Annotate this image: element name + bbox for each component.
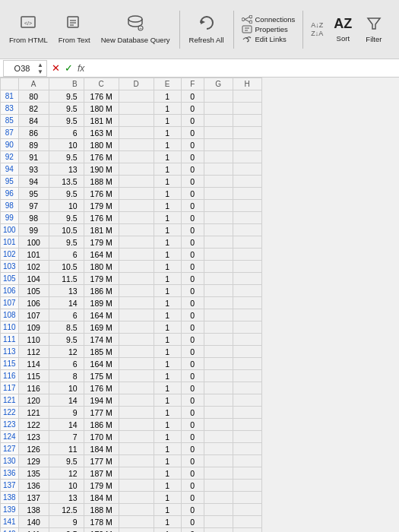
col-header-b[interactable]: B <box>49 78 84 90</box>
cell-a[interactable]: 104 <box>18 273 49 285</box>
cell-h[interactable] <box>233 394 261 407</box>
cell-g[interactable] <box>204 90 233 103</box>
cell-c[interactable]: 180 M <box>84 103 119 115</box>
cell-d[interactable] <box>119 188 154 200</box>
cell-g[interactable] <box>204 151 233 163</box>
cell-f[interactable]: 0 <box>181 358 204 370</box>
cell-d[interactable] <box>119 480 154 492</box>
cell-b[interactable]: 10 <box>49 200 84 212</box>
row-number[interactable]: 138 <box>1 492 19 504</box>
cell-e[interactable]: 1 <box>154 394 181 407</box>
cell-h[interactable] <box>233 370 261 382</box>
cell-c[interactable]: 184 M <box>84 443 119 455</box>
row-number[interactable]: 130 <box>1 455 19 467</box>
cell-c[interactable]: 186 M <box>84 285 119 297</box>
cell-h[interactable] <box>233 516 261 528</box>
cell-d[interactable] <box>119 370 154 382</box>
cell-d[interactable] <box>119 358 154 370</box>
cell-f[interactable]: 0 <box>181 127 204 139</box>
col-header-g[interactable]: G <box>204 78 233 90</box>
cell-f[interactable]: 0 <box>181 261 204 273</box>
cell-d[interactable] <box>119 455 154 467</box>
cell-e[interactable]: 1 <box>154 321 181 334</box>
cell-f[interactable]: 0 <box>181 176 204 188</box>
cell-h[interactable] <box>233 212 261 224</box>
cell-h[interactable] <box>233 103 261 115</box>
row-number[interactable]: 113 <box>1 346 19 358</box>
cell-g[interactable] <box>204 103 233 115</box>
cell-d[interactable] <box>119 528 154 533</box>
cell-a[interactable]: 80 <box>18 90 49 103</box>
cell-h[interactable] <box>233 115 261 127</box>
cell-e[interactable]: 1 <box>154 115 181 127</box>
cell-d[interactable] <box>119 200 154 212</box>
cell-c[interactable]: 164 M <box>84 249 119 261</box>
cell-c[interactable]: 180 M <box>84 139 119 151</box>
cell-c[interactable]: 179 M <box>84 273 119 285</box>
cell-g[interactable] <box>204 419 233 431</box>
col-header-d[interactable]: D <box>119 78 154 90</box>
cell-b[interactable]: 9 <box>49 407 84 419</box>
cell-a[interactable]: 136 <box>18 480 49 492</box>
formula-input[interactable] <box>90 63 396 74</box>
cell-d[interactable] <box>119 321 154 334</box>
row-number[interactable]: 122 <box>1 407 19 419</box>
cell-d[interactable] <box>119 151 154 163</box>
confirm-formula-icon[interactable]: ✓ <box>63 62 74 74</box>
cell-h[interactable] <box>233 127 261 139</box>
cell-a[interactable]: 99 <box>18 224 49 236</box>
cell-b[interactable]: 9.5 <box>49 115 84 127</box>
cell-e[interactable]: 1 <box>154 176 181 188</box>
row-number[interactable]: 99 <box>1 212 19 224</box>
cell-e[interactable]: 1 <box>154 273 181 285</box>
row-number[interactable]: 137 <box>1 480 19 492</box>
cell-e[interactable]: 1 <box>154 90 181 103</box>
cell-f[interactable]: 0 <box>181 528 204 533</box>
cell-b[interactable]: 6 <box>49 127 84 139</box>
cell-c[interactable]: 176 M <box>84 212 119 224</box>
cell-b[interactable]: 8 <box>49 370 84 382</box>
spinner-up[interactable]: ▲ <box>37 62 43 68</box>
cell-b[interactable]: 13 <box>49 492 84 504</box>
cell-f[interactable]: 0 <box>181 309 204 321</box>
cell-b[interactable]: 10 <box>49 139 84 151</box>
cell-a[interactable]: 121 <box>18 407 49 419</box>
cell-c[interactable]: 176 M <box>84 90 119 103</box>
row-number[interactable]: 100 <box>1 224 19 236</box>
cell-f[interactable]: 0 <box>181 467 204 480</box>
cell-b[interactable]: 14 <box>49 394 84 407</box>
cell-g[interactable] <box>204 358 233 370</box>
cell-g[interactable] <box>204 163 233 176</box>
cell-f[interactable]: 0 <box>181 139 204 151</box>
cell-b[interactable]: 11.5 <box>49 273 84 285</box>
cell-g[interactable] <box>204 504 233 516</box>
from-html-button[interactable]: </> From HTML <box>5 11 52 47</box>
cell-e[interactable]: 1 <box>154 334 181 346</box>
cell-a[interactable]: 97 <box>18 200 49 212</box>
cell-a[interactable]: 122 <box>18 419 49 431</box>
cell-e[interactable]: 1 <box>154 309 181 321</box>
cell-h[interactable] <box>233 236 261 249</box>
row-number[interactable]: 105 <box>1 273 19 285</box>
cell-c[interactable]: 186 M <box>84 419 119 431</box>
sort-az-button[interactable]: A↓Z <box>311 21 323 29</box>
cell-e[interactable]: 1 <box>154 455 181 467</box>
row-number[interactable]: 139 <box>1 504 19 516</box>
col-header-c[interactable]: C <box>84 78 119 90</box>
cell-d[interactable] <box>119 467 154 480</box>
cell-e[interactable]: 1 <box>154 236 181 249</box>
cell-g[interactable] <box>204 334 233 346</box>
cell-d[interactable] <box>119 297 154 309</box>
cell-d[interactable] <box>119 516 154 528</box>
cell-c[interactable]: 185 M <box>84 346 119 358</box>
cell-f[interactable]: 0 <box>181 334 204 346</box>
cell-d[interactable] <box>119 431 154 443</box>
cell-g[interactable] <box>204 200 233 212</box>
cell-e[interactable]: 1 <box>154 261 181 273</box>
cell-e[interactable]: 1 <box>154 224 181 236</box>
cell-c[interactable]: 169 M <box>84 321 119 334</box>
cell-c[interactable]: 164 M <box>84 309 119 321</box>
cell-b[interactable]: 6 <box>49 358 84 370</box>
cell-f[interactable]: 0 <box>181 394 204 407</box>
cell-c[interactable]: 177 M <box>84 407 119 419</box>
